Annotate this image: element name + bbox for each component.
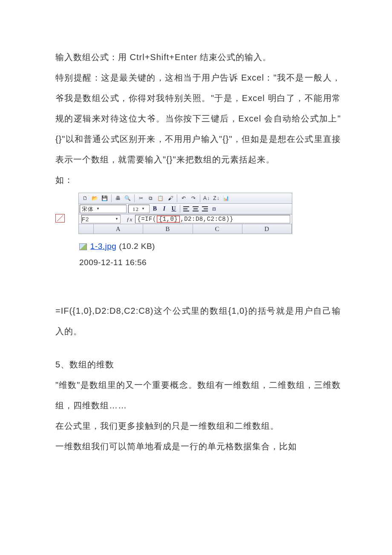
align-center-button[interactable] xyxy=(191,205,200,213)
align-right-button[interactable] xyxy=(200,205,210,213)
font-name-combo[interactable]: 宋体 ▼ xyxy=(80,205,127,213)
paragraph: 输入数组公式：用 Ctrl+Shift+Enter 结束公式的输入。 xyxy=(55,47,341,67)
bold-button[interactable]: B xyxy=(150,205,160,213)
merge-button[interactable]: ⧈ xyxy=(210,205,219,213)
paste-icon[interactable]: 📋 xyxy=(156,194,165,202)
name-box-value: F2 xyxy=(82,217,89,222)
copy-icon[interactable]: ⧉ xyxy=(146,194,156,202)
formula-content[interactable]: {=IF( {1,0} ,D2:D8,C2:C8)} xyxy=(135,215,290,223)
formatting-toolbar: 宋体 ▼ 12 ▼ B I U ⧈ xyxy=(79,204,292,214)
font-size-value: 12 xyxy=(133,206,139,212)
standard-toolbar: 🗋 📂 💾 🖶 🔍 ✂ ⧉ 📋 🖌 ↶ ↷ xyxy=(79,193,292,204)
attachment-line: 1-3.jpg (10.2 KB) xyxy=(79,238,341,254)
redo-icon[interactable]: ↷ xyxy=(189,194,198,202)
font-name-value: 宋体 xyxy=(82,206,94,212)
print-icon[interactable]: 🖶 xyxy=(113,194,123,202)
column-header-row: A B C D xyxy=(79,224,292,234)
column-header[interactable]: A xyxy=(94,224,143,234)
attachment-timestamp: 2009-12-11 16:56 xyxy=(79,254,341,271)
font-size-combo[interactable]: 12 ▼ xyxy=(128,205,150,213)
select-all-corner[interactable] xyxy=(79,224,94,234)
chevron-down-icon: ▼ xyxy=(141,207,145,211)
preview-icon[interactable]: 🔍 xyxy=(123,194,133,202)
name-box[interactable]: F2 ▼ xyxy=(81,215,121,223)
column-header[interactable]: D xyxy=(242,224,292,234)
excel-screenshot: 🗋 📂 💾 🖶 🔍 ✂ ⧉ 📋 🖌 ↶ ↷ xyxy=(78,193,292,234)
open-icon[interactable]: 📂 xyxy=(90,194,100,202)
image-file-icon xyxy=(79,243,87,250)
italic-button[interactable]: I xyxy=(160,205,169,213)
paragraph: 一维数组我们可以简单地看成是一行的单元格数据集合，比如 xyxy=(55,436,341,457)
attachment-link[interactable]: 1-3.jpg xyxy=(90,242,117,251)
sort-desc-icon[interactable]: Z↓ xyxy=(212,194,221,202)
save-icon[interactable]: 💾 xyxy=(100,194,110,202)
attachment-size: (10.2 KB) xyxy=(119,242,155,251)
paragraph: 在公式里，我们更多接触到的只是一维数组和二维数组。 xyxy=(55,416,341,436)
formula-bar: F2 ▼ ƒx {=IF( {1,0} ,D2:D8,C2:C8)} xyxy=(79,214,292,224)
chart-icon[interactable]: 📊 xyxy=(222,194,231,202)
formula-text: ,D2:D8,C2:C8)} xyxy=(180,216,233,222)
paragraph: "维数"是数组里的又一个重要概念。数组有一维数组，二维数组，三维数组，四维数组…… xyxy=(55,375,341,416)
cut-icon[interactable]: ✂ xyxy=(136,194,146,202)
column-header[interactable]: C xyxy=(193,224,242,234)
document-page: 输入数组公式：用 Ctrl+Shift+Enter 结束公式的输入。 特别提醒：… xyxy=(0,0,392,491)
format-painter-icon[interactable]: 🖌 xyxy=(166,194,175,202)
paragraph: 如： xyxy=(55,170,341,190)
underline-button[interactable]: U xyxy=(169,205,179,213)
formula-text: {=IF( xyxy=(137,216,156,222)
chevron-down-icon: ▼ xyxy=(115,217,120,221)
undo-icon[interactable]: ↶ xyxy=(179,194,188,202)
align-left-button[interactable] xyxy=(182,205,191,213)
formula-highlight-box: {1,0} xyxy=(157,216,180,223)
fx-icon[interactable]: ƒx xyxy=(122,217,135,222)
heading: 5、数组的维数 xyxy=(55,354,341,375)
new-icon[interactable]: 🗋 xyxy=(81,194,90,202)
column-header[interactable]: B xyxy=(143,224,193,234)
broken-image-icon xyxy=(55,214,65,223)
chevron-down-icon: ▼ xyxy=(96,207,100,211)
paragraph: 特别提醒：这是最关键的，这相当于用户告诉 Excel："我不是一般人，爷我是数组… xyxy=(55,67,341,170)
sort-asc-icon[interactable]: A↓ xyxy=(202,194,211,202)
paragraph: =IF({1,0},D2:D8,C2:C8)这个公式里的数组{1,0}的括号就是… xyxy=(55,301,341,341)
